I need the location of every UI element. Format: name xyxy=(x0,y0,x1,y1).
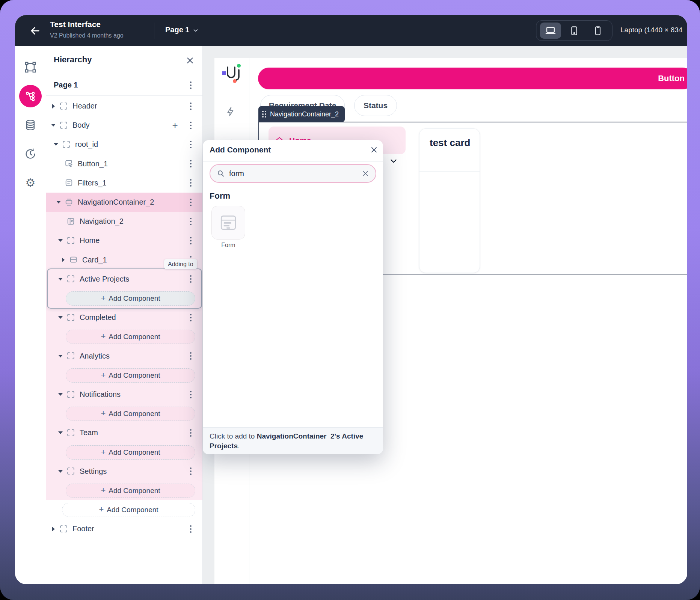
top-bar: Test Interface V2 Published 4 months ago… xyxy=(15,15,687,46)
canvas-test-card[interactable]: test card xyxy=(419,128,480,273)
lightning-icon xyxy=(225,106,236,117)
close-icon xyxy=(185,56,195,65)
container-icon xyxy=(64,197,74,207)
kebab-menu-icon[interactable] xyxy=(187,312,195,323)
page-selector[interactable]: Page 1 xyxy=(165,26,199,34)
filter-pill-status[interactable]: Status xyxy=(354,95,397,116)
caret-down-icon[interactable] xyxy=(58,239,63,242)
selection-tooltip[interactable]: NavigationContainer_2 xyxy=(258,106,345,122)
kebab-menu-icon[interactable] xyxy=(187,80,195,91)
search-clear-button[interactable] xyxy=(361,169,370,178)
hierarchy-page-row[interactable]: Page 1 xyxy=(46,75,202,96)
device-phone-button[interactable] xyxy=(587,23,608,39)
add-component-button[interactable]: +Add Component xyxy=(66,407,195,421)
add-component-button[interactable]: +Add Component xyxy=(66,291,195,306)
laptop-icon xyxy=(544,24,557,37)
tree-row-label: Active Projects xyxy=(80,275,129,283)
form-component-tile[interactable] xyxy=(211,206,245,240)
frame-icon xyxy=(66,428,76,438)
hierarchy-tool[interactable] xyxy=(19,85,42,107)
caret-down-icon[interactable] xyxy=(58,278,63,280)
quick-action-bolt-icon[interactable] xyxy=(225,106,236,117)
plus-icon: + xyxy=(101,485,106,495)
logo-mark-icon xyxy=(221,62,244,84)
selection-tooltip-label: NavigationContainer_2 xyxy=(270,110,339,118)
data-tool[interactable] xyxy=(19,114,42,136)
add-child-plus-icon[interactable]: + xyxy=(170,119,180,131)
tree-row-navigation-2[interactable]: Navigation_2 xyxy=(46,212,202,231)
page-selector-label: Page 1 xyxy=(165,26,189,34)
tree-row-team[interactable]: Team xyxy=(46,423,202,442)
kebab-menu-icon[interactable] xyxy=(187,177,195,188)
kebab-menu-icon[interactable] xyxy=(187,101,195,112)
hierarchy-close-button[interactable] xyxy=(185,56,195,65)
tree-row-header[interactable]: Header xyxy=(46,96,202,116)
caret-down-icon[interactable] xyxy=(51,124,56,127)
kebab-menu-icon[interactable] xyxy=(187,158,195,169)
tree-row-settings[interactable]: Settings xyxy=(46,462,202,481)
tree-row-notifications[interactable]: Notifications xyxy=(46,385,202,404)
kebab-menu-icon[interactable] xyxy=(187,197,195,208)
tree-row-completed[interactable]: Completed xyxy=(46,308,202,327)
kebab-menu-icon[interactable] xyxy=(187,523,195,535)
tree-row-navigationcontainer-2[interactable]: NavigationContainer_2 xyxy=(46,193,202,212)
tree-row-active-projects[interactable]: Active Projects xyxy=(46,270,202,289)
back-arrow-icon xyxy=(29,25,41,37)
caret-down-icon[interactable] xyxy=(56,201,61,204)
cursor-icon xyxy=(64,159,74,169)
caret-down-icon[interactable] xyxy=(58,431,63,434)
tree-row-home[interactable]: Home xyxy=(46,231,202,250)
add-component-label: Add Component xyxy=(107,506,158,514)
tree-row-root-id[interactable]: root_id xyxy=(46,135,202,154)
database-icon xyxy=(24,119,37,131)
drag-handle-icon[interactable] xyxy=(262,111,266,118)
back-button[interactable] xyxy=(29,25,41,37)
add-component-button[interactable]: +Add Component xyxy=(62,503,195,517)
history-tool[interactable] xyxy=(19,143,42,165)
modal-close-button[interactable] xyxy=(370,145,379,154)
caret-right-icon[interactable] xyxy=(51,104,56,109)
caret-down-icon[interactable] xyxy=(58,393,63,396)
device-toggle-group xyxy=(536,21,612,41)
kebab-menu-icon[interactable] xyxy=(187,427,195,439)
caret-down-icon[interactable] xyxy=(58,316,63,319)
add-component-label: Add Component xyxy=(109,294,160,303)
tree-row-filters-1[interactable]: Filters_1 xyxy=(46,173,202,193)
tree-row-analytics[interactable]: Analytics xyxy=(46,347,202,366)
kebab-menu-icon[interactable] xyxy=(187,389,195,400)
kebab-menu-icon[interactable] xyxy=(187,216,195,227)
device-laptop-button[interactable] xyxy=(540,23,561,39)
add-component-button[interactable]: +Add Component xyxy=(66,445,195,460)
kebab-menu-icon[interactable] xyxy=(187,273,195,285)
tree-row-button-1[interactable]: Button_1 xyxy=(46,154,202,173)
settings-tool[interactable]: ⚙ xyxy=(19,172,42,194)
tree-row-body[interactable]: Body+ xyxy=(46,116,202,135)
kebab-menu-icon[interactable] xyxy=(187,350,195,362)
add-component-button[interactable]: +Add Component xyxy=(66,368,195,383)
caret-down-icon[interactable] xyxy=(53,143,59,146)
device-tablet-button[interactable] xyxy=(564,23,585,39)
left-icon-rail: ⚙ xyxy=(15,46,46,584)
caret-down-icon[interactable] xyxy=(58,470,63,473)
modal-title: Add Component xyxy=(210,145,271,154)
add-component-button[interactable]: +Add Component xyxy=(66,484,195,498)
caret-right-icon[interactable] xyxy=(51,527,56,531)
add-component-label: Add Component xyxy=(109,487,160,495)
canvas-button-component[interactable]: Button xyxy=(258,68,687,89)
app-logo xyxy=(221,62,244,84)
frame-icon xyxy=(66,274,76,284)
caret-down-icon[interactable] xyxy=(58,355,63,357)
select-frame-tool[interactable] xyxy=(19,56,42,78)
kebab-menu-icon[interactable] xyxy=(187,235,195,246)
kebab-menu-icon[interactable] xyxy=(187,139,195,150)
tablet-icon xyxy=(568,25,580,37)
tree-row-label: Home xyxy=(80,236,100,245)
kebab-menu-icon[interactable] xyxy=(187,120,195,131)
footer-hint-prefix: Click to add to xyxy=(210,432,257,440)
tree-row-footer[interactable]: Footer xyxy=(46,519,202,538)
caret-right-icon[interactable] xyxy=(60,258,66,262)
filters-icon xyxy=(64,178,74,188)
add-component-button[interactable]: +Add Component xyxy=(66,330,195,344)
component-search-input[interactable]: form xyxy=(210,164,376,183)
kebab-menu-icon[interactable] xyxy=(187,466,195,477)
